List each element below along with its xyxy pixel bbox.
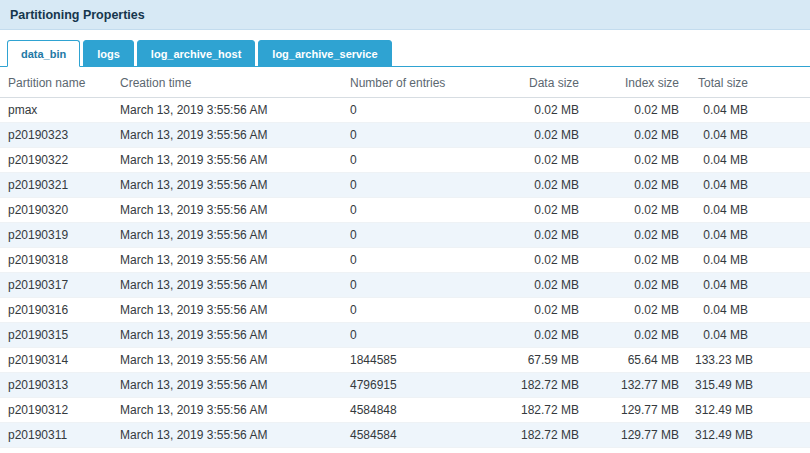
cell: p20190313 xyxy=(0,373,112,398)
table-row: p20190312March 13, 2019 3:55:56 AM458484… xyxy=(0,398,810,423)
cell: p20190321 xyxy=(0,173,112,198)
table-header-row: Partition nameCreation timeNumber of ent… xyxy=(0,67,810,98)
table-row: p20190320March 13, 2019 3:55:56 AM00.02 … xyxy=(0,198,810,223)
cell: 0 xyxy=(342,323,482,348)
table-row: p20190314March 13, 2019 3:55:56 AM184458… xyxy=(0,348,810,373)
cell: 0.02 MB xyxy=(482,223,587,248)
cell: March 13, 2019 3:55:56 AM xyxy=(112,173,342,198)
cell: March 13, 2019 3:55:56 AM xyxy=(112,448,342,453)
column-header: Index size xyxy=(587,67,687,98)
cell: 132.77 MB xyxy=(587,373,687,398)
cell: 4796915 xyxy=(342,373,482,398)
cell: 0 xyxy=(342,248,482,273)
cell: 129.77 MB xyxy=(587,423,687,448)
cell: March 13, 2019 3:55:56 AM xyxy=(112,323,342,348)
cell: 0.02 MB xyxy=(587,123,687,148)
cell: p20190312 xyxy=(0,398,112,423)
table-row: p20190322March 13, 2019 3:55:56 AM00.02 … xyxy=(0,148,810,173)
tab-bar: data_binlogslog_archive_hostlog_archive_… xyxy=(0,40,810,67)
column-header: Number of entries xyxy=(342,67,482,98)
partitions-table: Partition nameCreation timeNumber of ent… xyxy=(0,67,810,453)
cell: March 13, 2019 3:55:56 AM xyxy=(112,198,342,223)
table-row: p20190319March 13, 2019 3:55:56 AM00.02 … xyxy=(0,223,810,248)
cell: 0.02 MB xyxy=(482,298,587,323)
cell: March 13, 2019 3:55:56 AM xyxy=(112,123,342,148)
cell: 0 xyxy=(342,148,482,173)
cell: 0.02 MB xyxy=(587,148,687,173)
cell: 0.04 MB xyxy=(687,298,810,323)
cell: 0.02 MB xyxy=(482,198,587,223)
cell: 0.04 MB xyxy=(687,273,810,298)
cell: March 13, 2019 3:55:56 AM xyxy=(112,248,342,273)
cell: p20190315 xyxy=(0,323,112,348)
table-row: p20190321March 13, 2019 3:55:56 AM00.02 … xyxy=(0,173,810,198)
cell: p20190319 xyxy=(0,223,112,248)
table-row: p20190316March 13, 2019 3:55:56 AM00.02 … xyxy=(0,298,810,323)
cell: 0.02 MB xyxy=(587,198,687,223)
panel-title: Partitioning Properties xyxy=(0,0,810,30)
cell: 0.04 MB xyxy=(687,98,810,123)
tab-data_bin[interactable]: data_bin xyxy=(7,40,80,67)
cell: March 13, 2019 3:55:56 AM xyxy=(112,273,342,298)
cell: 309.49 MB xyxy=(687,448,810,453)
cell: March 13, 2019 3:55:56 AM xyxy=(112,223,342,248)
cell: p20190317 xyxy=(0,273,112,298)
cell: 0 xyxy=(342,173,482,198)
cell: p20190311 xyxy=(0,423,112,448)
table-body: pmaxMarch 13, 2019 3:55:56 AM00.02 MB0.0… xyxy=(0,98,810,453)
cell: March 13, 2019 3:55:56 AM xyxy=(112,373,342,398)
cell: 127.77 MB xyxy=(587,448,687,453)
tab-log_archive_service[interactable]: log_archive_service xyxy=(258,40,391,67)
cell: 0 xyxy=(342,98,482,123)
table-row: p20190313March 13, 2019 3:55:56 AM479691… xyxy=(0,373,810,398)
cell: March 13, 2019 3:55:56 AM xyxy=(112,298,342,323)
cell: 0 xyxy=(342,123,482,148)
cell: pmax xyxy=(0,98,112,123)
cell: March 13, 2019 3:55:56 AM xyxy=(112,348,342,373)
cell: p20190314 xyxy=(0,348,112,373)
cell: 67.59 MB xyxy=(482,348,587,373)
column-header: Partition name xyxy=(0,67,112,98)
cell: March 13, 2019 3:55:56 AM xyxy=(112,148,342,173)
table-row: p20190318March 13, 2019 3:55:56 AM00.02 … xyxy=(0,248,810,273)
cell: 0.04 MB xyxy=(687,148,810,173)
cell: 0.04 MB xyxy=(687,323,810,348)
cell: 0.02 MB xyxy=(482,273,587,298)
panel-title-text: Partitioning Properties xyxy=(10,8,145,22)
cell: 4584584 xyxy=(342,423,482,448)
cell: p20190318 xyxy=(0,248,112,273)
cell: 4584848 xyxy=(342,398,482,423)
cell: 0 xyxy=(342,198,482,223)
cell: March 13, 2019 3:55:56 AM xyxy=(112,98,342,123)
cell: 182.72 MB xyxy=(482,423,587,448)
column-header: Total size xyxy=(687,67,810,98)
cell: p20190316 xyxy=(0,298,112,323)
table-row: p20190323March 13, 2019 3:55:56 AM00.02 … xyxy=(0,123,810,148)
cell: 312.49 MB xyxy=(687,423,810,448)
cell: 0.04 MB xyxy=(687,248,810,273)
cell: 65.64 MB xyxy=(587,348,687,373)
cell: 0.04 MB xyxy=(687,173,810,198)
cell: 0.02 MB xyxy=(482,98,587,123)
cell: 133.23 MB xyxy=(687,348,810,373)
cell: 0.02 MB xyxy=(587,248,687,273)
cell: 0.02 MB xyxy=(482,173,587,198)
table-row: p20190317March 13, 2019 3:55:56 AM00.02 … xyxy=(0,273,810,298)
cell: 0 xyxy=(342,223,482,248)
tab-logs[interactable]: logs xyxy=(83,40,134,67)
cell: 1844585 xyxy=(342,348,482,373)
cell: March 13, 2019 3:55:56 AM xyxy=(112,398,342,423)
cell: 0.02 MB xyxy=(587,223,687,248)
cell: 4552866 xyxy=(342,448,482,453)
cell: p20190320 xyxy=(0,198,112,223)
column-header: Creation time xyxy=(112,67,342,98)
cell: 0.02 MB xyxy=(482,123,587,148)
tab-log_archive_host[interactable]: log_archive_host xyxy=(137,40,255,67)
cell: p20190323 xyxy=(0,123,112,148)
column-header: Data size xyxy=(482,67,587,98)
cell: 0.02 MB xyxy=(482,248,587,273)
cell: 0.02 MB xyxy=(587,298,687,323)
cell: 312.49 MB xyxy=(687,398,810,423)
cell: 0 xyxy=(342,273,482,298)
cell: 0.04 MB xyxy=(687,198,810,223)
